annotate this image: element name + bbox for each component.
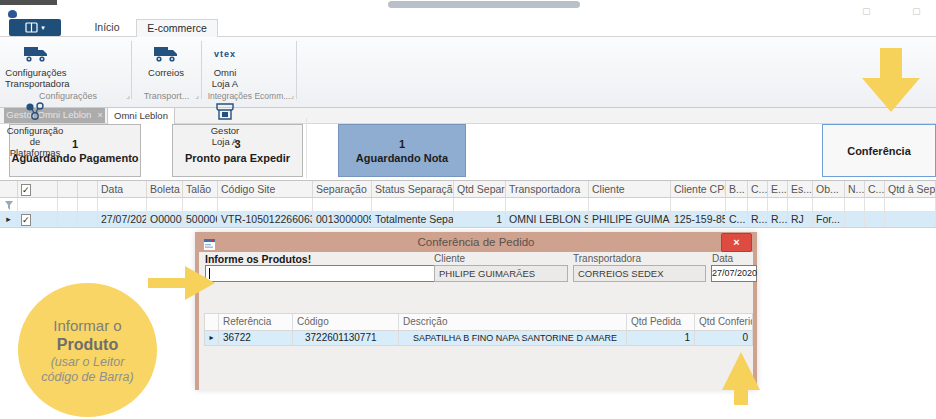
ribbon-tab-inicio[interactable]: Início [80, 19, 134, 36]
app-menu-button[interactable]: ▾ [9, 19, 61, 36]
column-header-codigo-site[interactable]: Código Site [218, 181, 313, 197]
cliente-value-box: PHILIPE GUIMARÃES [434, 265, 568, 282]
cell-b: C... [726, 212, 748, 227]
ribbon-group-integracoes: vtex OmniLoja A GestorLoja A Integrações… [203, 39, 295, 103]
configuracoes-transportadora-button[interactable]: ConfiguraçõesTransportadora [5, 39, 67, 97]
gestor-loja-a-button[interactable]: GestorLoja A [203, 97, 247, 155]
cell-cliente-cpf: 125-159-857/93 [671, 212, 726, 227]
data-value-box[interactable]: 27/07/2020 [711, 265, 757, 282]
form-icon [204, 236, 215, 247]
column-header-n[interactable]: N... [845, 181, 865, 197]
column-header-qtd-separada[interactable]: Qtd Separada [454, 181, 506, 197]
cell-qtd-separada: 1 [454, 212, 506, 227]
window-top-strip: ▢ ▢ [0, 0, 936, 19]
dialog-body: Informe os Produtos! Cliente Transportad… [199, 252, 753, 390]
dialog-launcher-icon[interactable]: ⌟ [195, 92, 199, 100]
vtex-logo-icon: vtex [203, 41, 247, 67]
arrow-right-to-input [148, 266, 215, 300]
app-button-peek [8, 10, 17, 18]
divider [306, 118, 307, 178]
order-row[interactable]: ▸ ✓ 27/07/2020 O00006 500006 VTR-1050122… [0, 212, 936, 228]
data-label: Data [712, 253, 733, 264]
group-separator [201, 41, 202, 99]
cliente-label: Cliente [434, 253, 465, 264]
conferencia-items-grid: Referência Código Descrição Qtd Pedida Q… [204, 313, 753, 346]
column-header-codigo[interactable]: Código [293, 314, 399, 330]
dialog-launcher-icon[interactable]: ⌟ [290, 92, 294, 100]
app-menu-icon [25, 19, 38, 37]
ribbon-tab-ecommerce[interactable]: E-commerce [136, 19, 218, 37]
cell-boleta: O00006 [147, 212, 183, 227]
column-header[interactable] [78, 181, 98, 197]
column-header-status-separacao[interactable]: Status Separação [372, 181, 454, 197]
column-header-qtd-a-separar[interactable]: Qtd à Separar [885, 181, 936, 197]
cell-referencia: 36722 [219, 331, 293, 345]
label: Conferência [847, 144, 911, 158]
column-header-e[interactable]: E... [768, 181, 788, 197]
dialog-launcher-icon[interactable]: ⌟ [126, 92, 130, 100]
product-barcode-input[interactable] [205, 265, 460, 282]
column-header-qtd-pedida[interactable]: Qtd Pedida [627, 314, 695, 330]
aguardando-nota-button[interactable]: 1 Aguardando Nota [338, 124, 466, 177]
cell-separacao: 0013000009 [313, 212, 372, 227]
grid-header-row: ✓ Data Boleta Talão Código Site Separaçã… [0, 181, 936, 198]
transportadora-value-box: CORREIOS SEDEX [573, 265, 706, 282]
column-header-c2[interactable]: C... [865, 181, 885, 197]
select-all-checkbox[interactable]: ✓ [18, 181, 58, 197]
window-menu-icon[interactable]: ▢ [912, 5, 921, 17]
informe-os-produtos-label: Informe os Produtos! [205, 253, 311, 265]
column-header-c[interactable]: C... [748, 181, 768, 197]
browser-tab-fragment [0, 0, 57, 5]
cell-c2 [865, 212, 885, 227]
column-header-cliente[interactable]: Cliente [589, 181, 671, 197]
column-header-b[interactable]: B... [726, 181, 748, 197]
dialog-grid-header: Referência Código Descrição Qtd Pedida Q… [205, 314, 752, 331]
row-checkbox[interactable]: ✓ [18, 212, 58, 227]
column-header-es[interactable]: Es... [788, 181, 813, 197]
group-separator [296, 41, 297, 99]
column-header-transportadora[interactable]: Transportadora [506, 181, 589, 197]
ribbon-group-label: Configurações ⌟ [5, 90, 131, 103]
column-header-data[interactable]: Data [98, 181, 147, 197]
ribbon-tab-row: ▾ Início E-commerce [0, 18, 936, 36]
arrow-down-to-conferencia [862, 48, 920, 112]
column-header-separacao[interactable]: Separação [313, 181, 372, 197]
cell-status-separacao: Totalmente Separado [372, 212, 454, 227]
app-menu-caret-icon: ▾ [41, 24, 45, 31]
cell-transportadora: OMNI LEBLON SEDEX [506, 212, 589, 227]
informar-produto-bubble: Informar o Produto (usar o Leitor código… [18, 283, 157, 417]
cell-c: R... [748, 212, 768, 227]
column-header-cliente-cpf[interactable]: Cliente CPF [671, 181, 726, 197]
window-restore-icon[interactable]: ▢ [862, 5, 871, 17]
truck-icon [5, 41, 67, 67]
column-header-qtd-conferida[interactable]: Qtd Conferida [695, 314, 752, 330]
configuracao-de-plataformas-button[interactable]: Configuraçãode Plataformas [5, 97, 65, 155]
grid-filter-row[interactable] [0, 198, 936, 212]
ribbon-group-configuracoes: ConfiguraçõesTransportadora Configuração… [5, 39, 131, 103]
conferencia-item-row[interactable]: ▸ 36722 3722601130771 SAPATILHA B FINO N… [205, 331, 752, 345]
column-header-talao[interactable]: Talão [183, 181, 218, 197]
close-tab-icon[interactable]: × [97, 110, 102, 120]
column-header-referencia[interactable]: Referência [219, 314, 293, 330]
row-indicator-header [0, 181, 18, 197]
doc-tab-omni-leblon[interactable]: Omni Leblon [107, 107, 175, 124]
column-header-boleta[interactable]: Boleta [147, 181, 183, 197]
row-indicator-icon: ▸ [0, 212, 18, 227]
conferencia-de-pedido-dialog: Conferência de Pedido × Informe os Produ… [195, 232, 757, 390]
cell-e: R... [768, 212, 788, 227]
cell-qtd-conferida[interactable]: 0 [695, 331, 752, 345]
column-header-descricao[interactable]: Descrição [399, 314, 627, 330]
omni-loja-a-button[interactable]: vtex OmniLoja A [203, 39, 247, 97]
column-header[interactable] [58, 181, 78, 197]
cell-cliente: PHILIPE GUIMARÃES [589, 212, 671, 227]
truck-icon [133, 41, 199, 67]
close-dialog-button[interactable]: × [721, 233, 752, 252]
correios-button[interactable]: Correios [133, 39, 199, 97]
column-header-ob[interactable]: Ob... [813, 181, 845, 197]
cell-data: 27/07/2020 [98, 212, 147, 227]
ribbon-body: ConfiguraçõesTransportadora Configuração… [0, 36, 936, 108]
row-indicator-icon: ▸ [205, 331, 219, 345]
filter-icon [0, 198, 18, 211]
conferencia-button[interactable]: Conferência [822, 124, 936, 177]
cell-codigo-site: VTR-1050122660639-01 [218, 212, 313, 227]
